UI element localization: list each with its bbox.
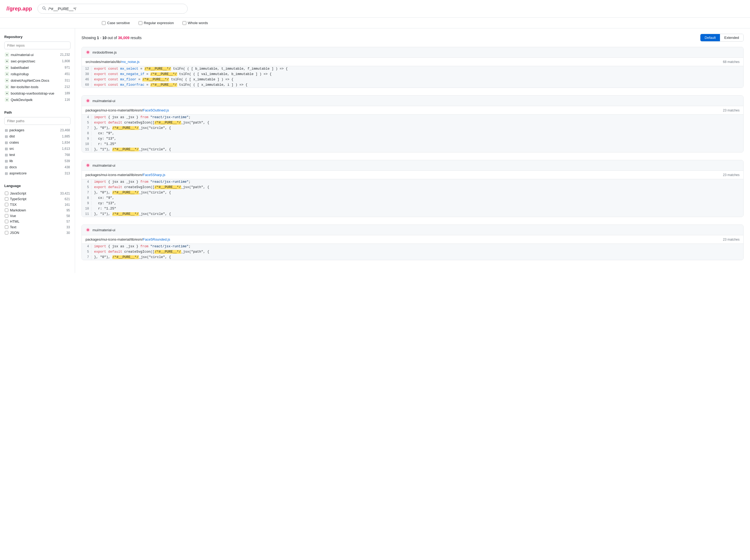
code-text <box>118 67 120 71</box>
result-repo: mui/material-ui <box>85 163 115 168</box>
repo-avatar: ● <box>5 65 9 70</box>
path-list-item[interactable]: ▤test768 <box>4 152 71 158</box>
file-link[interactable]: mx_noise.js <box>121 60 140 64</box>
filter-repos-input[interactable] <box>4 42 71 49</box>
language-list-item[interactable]: JSON30 <box>4 230 71 236</box>
language-checkbox[interactable] <box>5 197 8 201</box>
code-line: 4import { jsx as _jsx } from "react/jsx-… <box>82 179 743 185</box>
file-link[interactable]: Face5Sharp.js <box>143 173 165 177</box>
options-row: Case sensitive Regular expression Whole … <box>0 18 750 28</box>
repository-list-item[interactable]: ●babel/babel971 <box>4 64 71 71</box>
syntax-keyword: export <box>94 78 106 81</box>
syntax-keyword: export <box>94 185 106 189</box>
line-number: 7 <box>82 191 92 195</box>
match-highlight: /*#__PURE__*/ <box>154 250 181 254</box>
folder-icon: ▤ <box>5 165 8 169</box>
language-checkbox[interactable] <box>5 208 8 212</box>
match-count: 68 matches <box>723 60 739 64</box>
result-repo-name: mui/material-ui <box>93 163 115 167</box>
regular-expression-option[interactable]: Regular expression <box>139 21 174 25</box>
file-link[interactable]: Face5Outlined.js <box>143 108 169 112</box>
path-list-item[interactable]: ▤dist1,885 <box>4 133 71 139</box>
path-list-item[interactable]: ▤aspnetcore313 <box>4 170 71 176</box>
repository-list-item[interactable]: ●dotnet/AspNetCore.Docs311 <box>4 77 71 84</box>
line-content: }, "0"), /*#__PURE__*/_jsx("circle", { <box>94 255 171 259</box>
view-extended-button[interactable]: Extended <box>720 34 743 41</box>
view-default-button[interactable]: Default <box>700 34 720 41</box>
result-repo: mui/material-ui <box>85 98 115 103</box>
language-checkbox[interactable] <box>5 203 8 206</box>
syntax-keyword: export <box>94 250 106 254</box>
code-line: 5export default createSvgIcon([/*#__PURE… <box>82 120 743 125</box>
syntax-keyword: const <box>108 67 118 71</box>
code-text: }, "1"), <box>94 148 112 152</box>
syntax-keyword: mx_negate_if <box>120 72 144 76</box>
case-sensitive-checkbox[interactable] <box>102 21 105 25</box>
filter-paths-input[interactable] <box>4 117 71 125</box>
repository-list-item[interactable]: ●swc-project/swc1,808 <box>4 58 71 64</box>
result-card-header: mrdoob/three.js <box>82 47 743 58</box>
logo-name: grep.app <box>9 6 32 12</box>
language-list-item[interactable]: Markdown95 <box>4 207 71 213</box>
line-number: 4 <box>82 115 92 120</box>
regular-expression-checkbox[interactable] <box>139 21 142 25</box>
code-text: = <box>138 67 144 71</box>
syntax-keyword: export <box>94 67 106 71</box>
file-link[interactable]: Face5Rounded.js <box>143 237 170 241</box>
syntax-keyword: default <box>108 121 122 125</box>
search-input[interactable] <box>48 6 183 11</box>
code-text: tslFn( ( [ val_immutable, b_immutable ] … <box>177 72 272 76</box>
language-list-item[interactable]: Vue58 <box>4 213 71 219</box>
code-line: 9 cy: "13", <box>82 136 743 141</box>
syntax-keyword: export <box>94 83 106 87</box>
language-checkbox[interactable] <box>5 225 8 229</box>
svg-line-1 <box>45 9 46 10</box>
repository-list-item[interactable]: ●rollup/rollup451 <box>4 71 71 77</box>
language-checkbox[interactable] <box>5 231 8 235</box>
repository-list-item[interactable]: ●mui/material-ui21,232 <box>4 52 71 58</box>
whole-words-checkbox[interactable] <box>182 21 186 25</box>
language-checkbox[interactable] <box>5 220 8 223</box>
language-list-item[interactable]: HTML57 <box>4 219 71 224</box>
case-sensitive-option[interactable]: Case sensitive <box>102 21 130 25</box>
code-text: cx: "9", <box>94 132 114 135</box>
code-line: 8 cx: "9", <box>82 131 743 136</box>
code-line: 46export const mx_floor = /*#__PURE__*/ … <box>82 77 743 82</box>
results-to: 10 <box>102 36 107 40</box>
path-list-item[interactable]: ▤lib539 <box>4 158 71 164</box>
regular-expression-label: Regular expression <box>144 21 174 25</box>
path-list-item[interactable]: ▤crates1,834 <box>4 139 71 145</box>
path-list-item[interactable]: ▤src1,613 <box>4 145 71 152</box>
syntax-keyword: from <box>140 116 149 119</box>
result-card-header: mui/material-ui <box>82 225 743 235</box>
result-repo-name: mrdoob/three.js <box>93 51 117 54</box>
language-title: Language <box>4 184 71 188</box>
syntax-keyword: from <box>140 245 149 248</box>
repository-list-item[interactable]: ●QwikDev/qwik116 <box>4 97 71 103</box>
repository-list-item[interactable]: ●iter-tools/iter-tools212 <box>4 84 71 90</box>
code-line: 7}, "0"), /*#__PURE__*/_jsx("circle", { <box>82 190 743 195</box>
match-highlight: /*#__PURE__*/ <box>151 83 177 87</box>
path-list-item[interactable]: ▤docs438 <box>4 164 71 170</box>
results-info: Showing 1 - 10 out of 36,009 results <box>81 36 141 40</box>
language-list-item[interactable]: TSX161 <box>4 202 71 207</box>
code-block: 12export const mx_select = /*#__PURE__*/… <box>82 66 743 87</box>
whole-words-option[interactable]: Whole words <box>182 21 208 25</box>
language-checkbox[interactable] <box>5 192 8 195</box>
code-text: ; <box>189 116 191 119</box>
language-checkbox[interactable] <box>5 214 8 218</box>
search-bar[interactable] <box>38 4 188 14</box>
code-text: }, "0"), <box>94 191 112 195</box>
code-line: 8 cx: "9", <box>82 195 743 201</box>
language-list-item[interactable]: TypeScript621 <box>4 196 71 202</box>
syntax-keyword: const <box>108 78 118 81</box>
results-header: Showing 1 - 10 out of 36,009 results Def… <box>81 34 744 42</box>
repository-section: Repository ●mui/material-ui21,232●swc-pr… <box>4 35 71 103</box>
code-text: }, "0"), <box>94 255 112 259</box>
language-list-item[interactable]: Text33 <box>4 224 71 230</box>
language-list-item[interactable]: JavaScript33,421 <box>4 191 71 196</box>
repository-list-item[interactable]: ●bootstrap-vue/bootstrap-vue189 <box>4 90 71 97</box>
path-list-item[interactable]: ▤packages23,468 <box>4 127 71 133</box>
code-text: _jsx("circle", { <box>139 212 171 216</box>
code-text: ; <box>189 180 191 184</box>
